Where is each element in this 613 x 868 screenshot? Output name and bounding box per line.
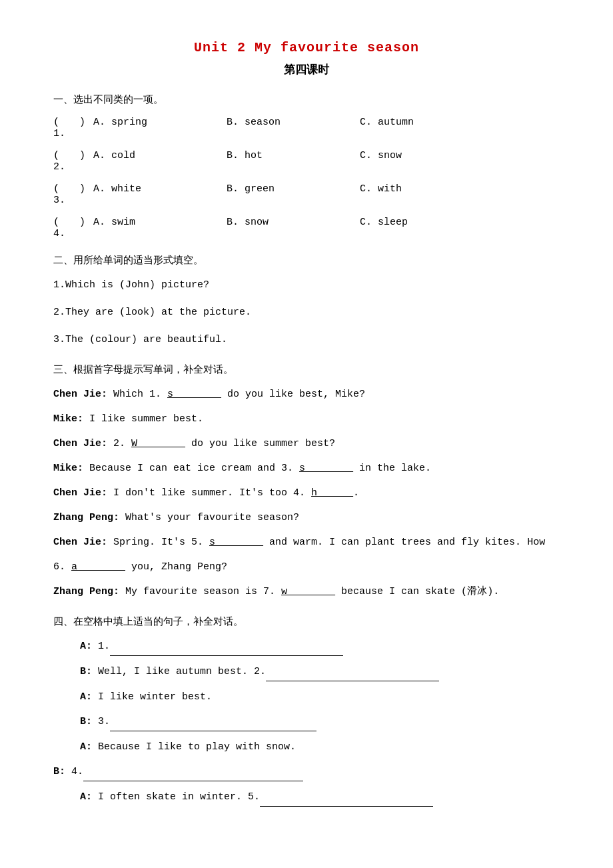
question-row: ( ) 3. A. white B. green C. with xyxy=(53,182,560,206)
option-b: B. season xyxy=(227,117,360,128)
section-2-title: 二、用所给单词的适当形式填空。 xyxy=(53,254,560,267)
dialog-row: Chen Jie: 2. W________ do you like summe… xyxy=(53,435,560,453)
section-3-title: 三、根据首字母提示写单词，补全对话。 xyxy=(53,363,560,376)
question-paren: ( ) 3. xyxy=(53,182,93,206)
option-b: B. green xyxy=(227,183,360,195)
dialog-row: A: 1. xyxy=(53,637,560,656)
dialog-row: A: Because I like to play with snow. xyxy=(53,738,560,756)
question-row: ( ) 4. A. swim B. snow C. sleep xyxy=(53,215,560,239)
page-title: Unit 2 My favourite season xyxy=(53,40,560,55)
option-c: C. sleep xyxy=(360,217,408,228)
question-paren: ( ) 1. xyxy=(53,115,93,139)
dialog-row: 6. a________ you, Zhang Peng? xyxy=(53,558,560,576)
dialog-row: B: 4. xyxy=(53,763,560,781)
section-4-title: 四、在空格中填上适当的句子，补全对话。 xyxy=(53,615,560,628)
dialog-row: Chen Jie: Spring. It's 5. s________ and … xyxy=(53,533,560,551)
question-row: ( ) 2. A. cold B. hot C. snow xyxy=(53,149,560,173)
fill-question: 2.They are (look) at the picture. xyxy=(53,303,560,321)
section-1-title: 一、选出不同类的一项。 xyxy=(53,93,560,106)
question-paren: ( ) 4. xyxy=(53,215,93,239)
section1-questions: ( ) 1. A. spring B. season C. autumn ( )… xyxy=(53,115,560,239)
option-c: C. with xyxy=(360,183,402,195)
fill-question: 3.The (colour) are beautiful. xyxy=(53,331,560,349)
section-4: 四、在空格中填上适当的句子，补全对话。 A: 1. B: Well, I lik… xyxy=(53,615,560,807)
option-a: A. spring xyxy=(93,117,227,128)
section3-dialog: Chen Jie: Which 1. s________ do you like… xyxy=(53,385,560,601)
option-b: B. hot xyxy=(227,150,360,161)
section-3: 三、根据首字母提示写单词，补全对话。 Chen Jie: Which 1. s_… xyxy=(53,363,560,601)
question-paren: ( ) 2. xyxy=(53,149,93,173)
section-2: 二、用所给单词的适当形式填空。 1.Which is (John) pictur… xyxy=(53,254,560,349)
subtitle: 第四课时 xyxy=(53,62,560,77)
section2-questions: 1.Which is (John) picture?2.They are (lo… xyxy=(53,276,560,349)
dialog-row: Mike: Because I can eat ice cream and 3.… xyxy=(53,459,560,477)
section-1: 一、选出不同类的一项。 ( ) 1. A. spring B. season C… xyxy=(53,93,560,239)
dialog-row: Zhang Peng: My favourite season is 7. w_… xyxy=(53,583,560,601)
option-a: A. white xyxy=(93,183,227,195)
dialog-row: A: I like winter best. xyxy=(53,688,560,706)
dialog-row: Chen Jie: Which 1. s________ do you like… xyxy=(53,385,560,403)
section4-dialog: A: 1. B: Well, I like autumn best. 2. A:… xyxy=(53,637,560,807)
option-b: B. snow xyxy=(227,217,360,228)
question-row: ( ) 1. A. spring B. season C. autumn xyxy=(53,115,560,139)
dialog-row: Mike: I like summer best. xyxy=(53,410,560,428)
option-c: C. snow xyxy=(360,150,402,161)
dialog-row: A: I often skate in winter. 5. xyxy=(53,788,560,807)
option-c: C. autumn xyxy=(360,117,414,128)
dialog-row: B: 3. xyxy=(53,713,560,731)
option-a: A. cold xyxy=(93,150,227,161)
dialog-row: Zhang Peng: What's your favourite season… xyxy=(53,509,560,527)
dialog-row: Chen Jie: I don't like summer. It's too … xyxy=(53,484,560,502)
dialog-row: B: Well, I like autumn best. 2. xyxy=(53,663,560,681)
fill-question: 1.Which is (John) picture? xyxy=(53,276,560,294)
option-a: A. swim xyxy=(93,217,227,228)
